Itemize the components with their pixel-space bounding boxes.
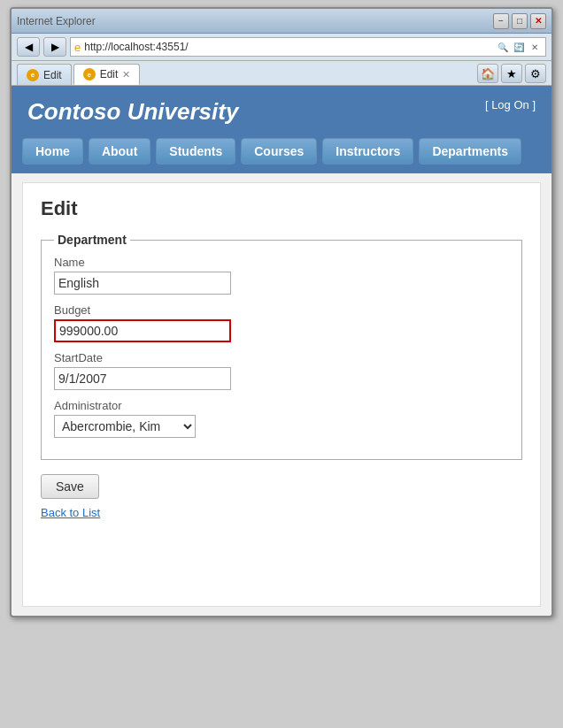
tab-close-icon[interactable]: ✕ xyxy=(122,69,130,80)
tab-label-1: Edit xyxy=(43,69,62,81)
name-field-group: Name xyxy=(54,256,509,295)
ie-logo-icon: e xyxy=(74,41,81,54)
nav-instructors[interactable]: Instructors xyxy=(322,138,413,165)
edit-form: Department Name Budget StartDate xyxy=(41,233,522,502)
minimize-button[interactable]: − xyxy=(493,13,509,29)
search-icon[interactable]: 🔍 xyxy=(496,40,510,54)
nav-menu: Home About Students Courses Instructors … xyxy=(12,138,551,173)
close-button[interactable]: ✕ xyxy=(530,13,546,29)
name-input[interactable] xyxy=(54,272,231,295)
budget-input[interactable] xyxy=(54,319,231,342)
settings-button[interactable]: ⚙ xyxy=(525,64,546,83)
maximize-button[interactable]: □ xyxy=(512,13,528,29)
nav-about[interactable]: About xyxy=(89,138,150,165)
nav-departments[interactable]: Departments xyxy=(419,138,521,165)
refresh-icon[interactable]: 🔄 xyxy=(512,40,526,54)
address-icons: 🔍 🔄 ✕ xyxy=(496,40,542,54)
home-button[interactable]: 🏠 xyxy=(477,64,498,83)
address-bar: ◀ ▶ e http://localhost:43551/ 🔍 🔄 ✕ xyxy=(12,34,551,61)
budget-field-group: Budget xyxy=(54,303,509,342)
name-label: Name xyxy=(54,256,509,269)
back-to-list-link[interactable]: Back to List xyxy=(41,506,100,519)
page-body: Edit Department Name Budget xyxy=(22,182,541,607)
window-title-text: Internet Explorer xyxy=(17,15,96,27)
save-button[interactable]: Save xyxy=(41,474,99,499)
startdate-label: StartDate xyxy=(54,351,509,364)
favorites-button[interactable]: ★ xyxy=(501,64,522,83)
address-box[interactable]: e http://localhost:43551/ 🔍 🔄 ✕ xyxy=(70,37,546,57)
stop-icon[interactable]: ✕ xyxy=(528,40,542,54)
site-title: Contoso University xyxy=(27,98,238,126)
department-fieldset: Department Name Budget StartDate xyxy=(41,233,522,460)
tab-label-2: Edit xyxy=(100,68,119,80)
administrator-select[interactable]: Abercrombie, Kim xyxy=(54,415,196,438)
administrator-field-group: Administrator Abercrombie, Kim xyxy=(54,399,509,438)
startdate-field-group: StartDate xyxy=(54,351,509,390)
administrator-label: Administrator xyxy=(54,399,509,412)
tab-edit-2[interactable]: e Edit ✕ xyxy=(73,64,141,85)
nav-students[interactable]: Students xyxy=(156,138,235,165)
forward-nav-button[interactable]: ▶ xyxy=(43,37,66,57)
startdate-input[interactable] xyxy=(54,367,231,390)
tabs-bar: e Edit e Edit ✕ 🏠 ★ ⚙ xyxy=(12,61,551,86)
url-text: http://localhost:43551/ xyxy=(84,41,492,53)
budget-label: Budget xyxy=(54,303,509,317)
browser-window: Internet Explorer − □ ✕ ◀ ▶ e http://loc… xyxy=(10,7,553,617)
tab-icon-1: e xyxy=(27,69,39,81)
tab-icon-2: e xyxy=(83,68,96,80)
tab-edit-1[interactable]: e Edit xyxy=(17,64,72,85)
page-heading: Edit xyxy=(41,197,522,220)
fieldset-legend: Department xyxy=(54,233,130,247)
browser-content: Contoso University [ Log On ] Home About… xyxy=(12,86,551,607)
nav-home[interactable]: Home xyxy=(22,138,83,165)
browser-toolbar-right: 🏠 ★ ⚙ xyxy=(477,64,546,85)
log-on-link[interactable]: [ Log On ] xyxy=(485,98,536,111)
site-header: Contoso University [ Log On ] xyxy=(12,86,551,138)
nav-courses[interactable]: Courses xyxy=(241,138,317,165)
back-nav-button[interactable]: ◀ xyxy=(17,37,40,57)
title-bar: Internet Explorer − □ ✕ xyxy=(12,9,551,34)
title-bar-buttons: − □ ✕ xyxy=(493,13,546,29)
